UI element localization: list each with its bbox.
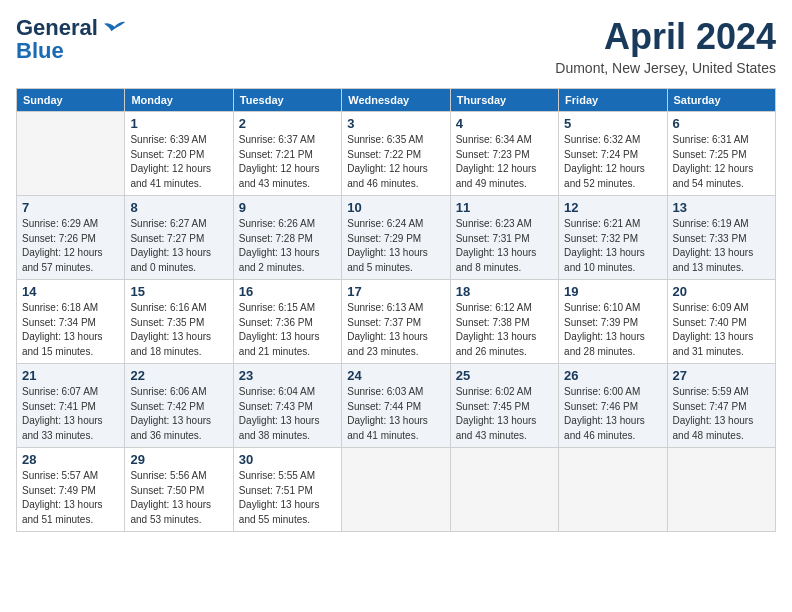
calendar-header-row: Sunday Monday Tuesday Wednesday Thursday… — [17, 89, 776, 112]
table-row — [559, 448, 667, 532]
day-info: Sunrise: 6:06 AM Sunset: 7:42 PM Dayligh… — [130, 385, 227, 443]
table-row: 9 Sunrise: 6:26 AM Sunset: 7:28 PM Dayli… — [233, 196, 341, 280]
col-wednesday: Wednesday — [342, 89, 450, 112]
col-sunday: Sunday — [17, 89, 125, 112]
day-info: Sunrise: 6:31 AM Sunset: 7:25 PM Dayligh… — [673, 133, 770, 191]
table-row: 1 Sunrise: 6:39 AM Sunset: 7:20 PM Dayli… — [125, 112, 233, 196]
day-info: Sunrise: 5:56 AM Sunset: 7:50 PM Dayligh… — [130, 469, 227, 527]
day-info: Sunrise: 5:55 AM Sunset: 7:51 PM Dayligh… — [239, 469, 336, 527]
day-number: 21 — [22, 368, 119, 383]
calendar-week-row: 7 Sunrise: 6:29 AM Sunset: 7:26 PM Dayli… — [17, 196, 776, 280]
day-info: Sunrise: 6:12 AM Sunset: 7:38 PM Dayligh… — [456, 301, 553, 359]
day-number: 18 — [456, 284, 553, 299]
day-info: Sunrise: 6:02 AM Sunset: 7:45 PM Dayligh… — [456, 385, 553, 443]
table-row: 30 Sunrise: 5:55 AM Sunset: 7:51 PM Dayl… — [233, 448, 341, 532]
calendar-week-row: 28 Sunrise: 5:57 AM Sunset: 7:49 PM Dayl… — [17, 448, 776, 532]
day-number: 24 — [347, 368, 444, 383]
day-number: 4 — [456, 116, 553, 131]
day-number: 20 — [673, 284, 770, 299]
logo: General Blue — [16, 16, 128, 64]
day-info: Sunrise: 6:26 AM Sunset: 7:28 PM Dayligh… — [239, 217, 336, 275]
table-row: 2 Sunrise: 6:37 AM Sunset: 7:21 PM Dayli… — [233, 112, 341, 196]
table-row: 19 Sunrise: 6:10 AM Sunset: 7:39 PM Dayl… — [559, 280, 667, 364]
day-number: 14 — [22, 284, 119, 299]
calendar-week-row: 1 Sunrise: 6:39 AM Sunset: 7:20 PM Dayli… — [17, 112, 776, 196]
table-row: 11 Sunrise: 6:23 AM Sunset: 7:31 PM Dayl… — [450, 196, 558, 280]
day-info: Sunrise: 6:00 AM Sunset: 7:46 PM Dayligh… — [564, 385, 661, 443]
month-title: April 2024 — [555, 16, 776, 58]
day-number: 12 — [564, 200, 661, 215]
table-row: 12 Sunrise: 6:21 AM Sunset: 7:32 PM Dayl… — [559, 196, 667, 280]
table-row: 21 Sunrise: 6:07 AM Sunset: 7:41 PM Dayl… — [17, 364, 125, 448]
day-number: 16 — [239, 284, 336, 299]
day-info: Sunrise: 5:57 AM Sunset: 7:49 PM Dayligh… — [22, 469, 119, 527]
table-row: 26 Sunrise: 6:00 AM Sunset: 7:46 PM Dayl… — [559, 364, 667, 448]
table-row: 29 Sunrise: 5:56 AM Sunset: 7:50 PM Dayl… — [125, 448, 233, 532]
day-info: Sunrise: 6:07 AM Sunset: 7:41 PM Dayligh… — [22, 385, 119, 443]
day-info: Sunrise: 6:37 AM Sunset: 7:21 PM Dayligh… — [239, 133, 336, 191]
col-tuesday: Tuesday — [233, 89, 341, 112]
table-row — [342, 448, 450, 532]
table-row: 4 Sunrise: 6:34 AM Sunset: 7:23 PM Dayli… — [450, 112, 558, 196]
calendar-week-row: 14 Sunrise: 6:18 AM Sunset: 7:34 PM Dayl… — [17, 280, 776, 364]
day-info: Sunrise: 6:16 AM Sunset: 7:35 PM Dayligh… — [130, 301, 227, 359]
table-row: 28 Sunrise: 5:57 AM Sunset: 7:49 PM Dayl… — [17, 448, 125, 532]
table-row: 22 Sunrise: 6:06 AM Sunset: 7:42 PM Dayl… — [125, 364, 233, 448]
day-info: Sunrise: 6:23 AM Sunset: 7:31 PM Dayligh… — [456, 217, 553, 275]
logo-blue: Blue — [16, 38, 64, 63]
day-info: Sunrise: 6:10 AM Sunset: 7:39 PM Dayligh… — [564, 301, 661, 359]
title-block: April 2024 Dumont, New Jersey, United St… — [555, 16, 776, 76]
day-info: Sunrise: 6:19 AM Sunset: 7:33 PM Dayligh… — [673, 217, 770, 275]
table-row: 5 Sunrise: 6:32 AM Sunset: 7:24 PM Dayli… — [559, 112, 667, 196]
table-row: 7 Sunrise: 6:29 AM Sunset: 7:26 PM Dayli… — [17, 196, 125, 280]
logo-general: General — [16, 15, 98, 40]
table-row: 17 Sunrise: 6:13 AM Sunset: 7:37 PM Dayl… — [342, 280, 450, 364]
table-row: 10 Sunrise: 6:24 AM Sunset: 7:29 PM Dayl… — [342, 196, 450, 280]
logo-bird-icon — [104, 19, 128, 39]
day-number: 3 — [347, 116, 444, 131]
page-header: General Blue April 2024 Dumont, New Jers… — [16, 16, 776, 76]
location-label: Dumont, New Jersey, United States — [555, 60, 776, 76]
day-info: Sunrise: 6:09 AM Sunset: 7:40 PM Dayligh… — [673, 301, 770, 359]
day-info: Sunrise: 6:39 AM Sunset: 7:20 PM Dayligh… — [130, 133, 227, 191]
table-row: 15 Sunrise: 6:16 AM Sunset: 7:35 PM Dayl… — [125, 280, 233, 364]
day-number: 6 — [673, 116, 770, 131]
day-number: 19 — [564, 284, 661, 299]
day-number: 26 — [564, 368, 661, 383]
day-info: Sunrise: 6:29 AM Sunset: 7:26 PM Dayligh… — [22, 217, 119, 275]
day-number: 25 — [456, 368, 553, 383]
day-info: Sunrise: 6:04 AM Sunset: 7:43 PM Dayligh… — [239, 385, 336, 443]
day-info: Sunrise: 6:21 AM Sunset: 7:32 PM Dayligh… — [564, 217, 661, 275]
day-number: 15 — [130, 284, 227, 299]
day-number: 17 — [347, 284, 444, 299]
table-row: 20 Sunrise: 6:09 AM Sunset: 7:40 PM Dayl… — [667, 280, 775, 364]
day-info: Sunrise: 6:32 AM Sunset: 7:24 PM Dayligh… — [564, 133, 661, 191]
table-row: 3 Sunrise: 6:35 AM Sunset: 7:22 PM Dayli… — [342, 112, 450, 196]
day-number: 5 — [564, 116, 661, 131]
day-number: 1 — [130, 116, 227, 131]
day-info: Sunrise: 6:34 AM Sunset: 7:23 PM Dayligh… — [456, 133, 553, 191]
day-info: Sunrise: 6:15 AM Sunset: 7:36 PM Dayligh… — [239, 301, 336, 359]
table-row: 6 Sunrise: 6:31 AM Sunset: 7:25 PM Dayli… — [667, 112, 775, 196]
day-info: Sunrise: 6:18 AM Sunset: 7:34 PM Dayligh… — [22, 301, 119, 359]
day-info: Sunrise: 5:59 AM Sunset: 7:47 PM Dayligh… — [673, 385, 770, 443]
day-info: Sunrise: 6:35 AM Sunset: 7:22 PM Dayligh… — [347, 133, 444, 191]
day-number: 9 — [239, 200, 336, 215]
table-row: 25 Sunrise: 6:02 AM Sunset: 7:45 PM Dayl… — [450, 364, 558, 448]
table-row: 24 Sunrise: 6:03 AM Sunset: 7:44 PM Dayl… — [342, 364, 450, 448]
col-saturday: Saturday — [667, 89, 775, 112]
day-info: Sunrise: 6:24 AM Sunset: 7:29 PM Dayligh… — [347, 217, 444, 275]
day-number: 22 — [130, 368, 227, 383]
day-number: 7 — [22, 200, 119, 215]
day-number: 30 — [239, 452, 336, 467]
col-thursday: Thursday — [450, 89, 558, 112]
calendar-table: Sunday Monday Tuesday Wednesday Thursday… — [16, 88, 776, 532]
col-friday: Friday — [559, 89, 667, 112]
table-row: 18 Sunrise: 6:12 AM Sunset: 7:38 PM Dayl… — [450, 280, 558, 364]
table-row — [450, 448, 558, 532]
table-row: 16 Sunrise: 6:15 AM Sunset: 7:36 PM Dayl… — [233, 280, 341, 364]
day-number: 13 — [673, 200, 770, 215]
day-number: 28 — [22, 452, 119, 467]
table-row: 23 Sunrise: 6:04 AM Sunset: 7:43 PM Dayl… — [233, 364, 341, 448]
col-monday: Monday — [125, 89, 233, 112]
